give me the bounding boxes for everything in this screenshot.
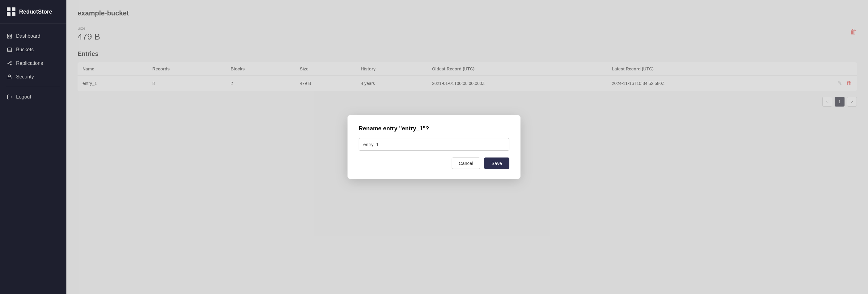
svg-line-15 <box>9 64 10 65</box>
size-value: 479 B <box>78 32 100 42</box>
col-header-oldest: Oldest Record (UTC) <box>427 62 607 76</box>
sidebar-item-buckets[interactable]: Buckets <box>0 43 66 57</box>
row-actions: ✎ 🗑 <box>792 80 852 87</box>
svg-point-13 <box>10 64 11 65</box>
rename-entry-modal: Rename entry "entry_1"? Cancel Save <box>347 115 521 179</box>
cell-history: 4 years <box>356 76 427 91</box>
sidebar-item-security[interactable]: Security <box>0 70 66 84</box>
cell-actions: ✎ 🗑 <box>787 76 857 91</box>
rename-entry-input[interactable] <box>359 138 509 151</box>
svg-rect-8 <box>7 48 12 52</box>
sidebar-logout[interactable]: Logout <box>0 90 66 104</box>
col-header-size: Size <box>295 62 355 76</box>
col-header-name: Name <box>78 62 147 76</box>
delete-entry-button[interactable]: 🗑 <box>846 80 852 87</box>
sidebar-nav: Dashboard Buckets Replications Security … <box>0 24 66 294</box>
next-icon: > <box>851 99 853 104</box>
svg-rect-7 <box>10 37 12 38</box>
cell-blocks: 2 <box>225 76 295 91</box>
svg-rect-0 <box>7 7 10 11</box>
svg-rect-6 <box>7 37 9 38</box>
cell-size: 479 B <box>295 76 355 91</box>
col-header-actions <box>787 62 857 76</box>
col-header-blocks: Blocks <box>225 62 295 76</box>
svg-rect-16 <box>8 76 11 79</box>
logo-icon <box>6 7 16 17</box>
svg-line-14 <box>9 62 10 63</box>
replications-icon <box>7 61 12 66</box>
logo-text: ReductStore <box>19 9 52 15</box>
bucket-delete-button[interactable]: 🗑 <box>850 28 857 36</box>
pagination-next[interactable]: > <box>847 97 857 106</box>
sidebar-item-dashboard[interactable]: Dashboard <box>0 29 66 43</box>
cell-latest: 2024-11-16T10:34:52.580Z <box>607 76 787 91</box>
buckets-icon <box>7 47 12 53</box>
save-button[interactable]: Save <box>484 158 509 169</box>
page-number: 1 <box>838 99 841 104</box>
sidebar-item-label: Replications <box>16 61 43 66</box>
svg-point-12 <box>10 61 11 62</box>
svg-rect-3 <box>12 12 16 16</box>
col-header-latest: Latest Record (UTC) <box>607 62 787 76</box>
pagination-page-1[interactable]: 1 <box>835 97 844 106</box>
security-icon <box>7 74 12 80</box>
size-stat: Size 479 B <box>78 26 100 42</box>
modal-actions: Cancel Save <box>359 158 509 169</box>
sidebar-item-label: Buckets <box>16 47 34 53</box>
size-label: Size <box>78 26 100 31</box>
svg-rect-1 <box>12 7 16 11</box>
entries-heading: Entries <box>78 50 857 58</box>
logout-label: Logout <box>16 94 31 100</box>
logout-icon <box>7 94 12 100</box>
edit-entry-button[interactable]: ✎ <box>837 80 842 87</box>
sidebar-divider <box>6 87 60 87</box>
dashboard-icon <box>7 33 12 39</box>
svg-point-11 <box>8 63 9 64</box>
cell-name: entry_1 <box>78 76 147 91</box>
entries-table: Name Records Blocks Size History Oldest … <box>78 62 857 91</box>
stats-row: Size 479 B 🗑 <box>78 26 857 42</box>
prev-icon: < <box>826 99 829 104</box>
table-header-row: Name Records Blocks Size History Oldest … <box>78 62 857 76</box>
page-title: example-bucket <box>78 9 857 17</box>
modal-title: Rename entry "entry_1"? <box>359 125 509 132</box>
sidebar: ReductStore Dashboard Buckets Replicatio… <box>0 0 66 294</box>
svg-rect-4 <box>7 34 9 35</box>
cell-records: 8 <box>147 76 225 91</box>
pagination-prev[interactable]: < <box>822 97 832 106</box>
svg-rect-2 <box>7 12 10 16</box>
cell-oldest: 2021-01-01T00:00:00.000Z <box>427 76 607 91</box>
sidebar-item-label: Security <box>16 74 34 80</box>
pagination: < 1 > <box>78 97 857 106</box>
table-row: entry_1 8 2 479 B 4 years 2021-01-01T00:… <box>78 76 857 91</box>
sidebar-item-replications[interactable]: Replications <box>0 57 66 70</box>
cancel-button[interactable]: Cancel <box>452 158 480 169</box>
sidebar-logo: ReductStore <box>0 0 66 24</box>
col-header-history: History <box>356 62 427 76</box>
col-header-records: Records <box>147 62 225 76</box>
sidebar-item-label: Dashboard <box>16 33 40 39</box>
svg-rect-5 <box>10 34 12 35</box>
